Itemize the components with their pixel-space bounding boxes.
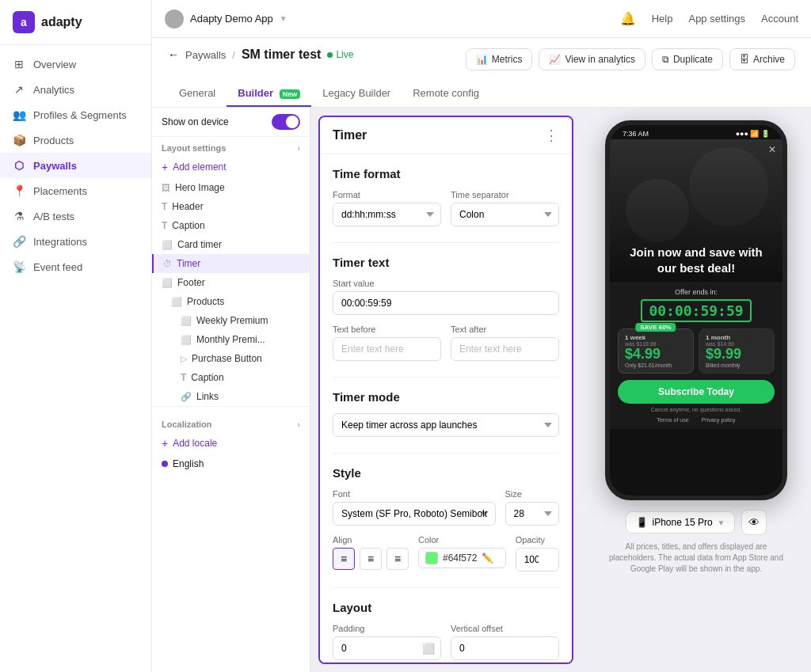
text-before-input[interactable]: [333, 337, 441, 361]
locale-english[interactable]: English: [152, 454, 310, 473]
tree-item-caption[interactable]: T Caption: [152, 216, 310, 235]
privacy-link[interactable]: Privacy policy: [702, 417, 736, 423]
more-menu-button[interactable]: ⋮: [544, 127, 559, 144]
start-value-input[interactable]: [333, 291, 559, 315]
sidebar-item-analytics[interactable]: ↗ Analytics: [0, 77, 151, 102]
tab-new-badge: New: [280, 89, 301, 99]
tree-item-purchase-btn[interactable]: ▷ Purchase Button: [152, 349, 310, 368]
panel-header: Timer ⋮: [320, 117, 572, 154]
footer-links: Terms of use Privacy policy: [618, 417, 775, 423]
vertical-offset-input[interactable]: [451, 636, 559, 660]
padding-group: Padding ⬜: [333, 624, 441, 660]
product-note-weekly: Only $21.61/month: [625, 363, 687, 368]
sidebar-item-eventfeed[interactable]: 📡 Event feed: [0, 254, 151, 279]
format-group: Format dd:hh:mm:sshh:mm:ssmm:ss: [333, 190, 441, 226]
phone-notch: [672, 125, 720, 138]
color-input[interactable]: #64f572 ✏️: [418, 548, 506, 568]
tree-item-timer[interactable]: ⏱ Timer: [152, 254, 310, 273]
layout-settings-title: Layout settings ›: [152, 137, 310, 156]
caption-icon: T: [162, 220, 167, 231]
account-link[interactable]: Account: [761, 13, 798, 25]
format-select[interactable]: dd:hh:mm:sshh:mm:ssmm:ss: [333, 203, 441, 226]
sidebar-item-profiles[interactable]: 👥 Profiles & Segments: [0, 102, 151, 127]
eyedropper-icon[interactable]: ✏️: [482, 552, 493, 564]
duplicate-button[interactable]: ⧉ Duplicate: [652, 48, 723, 70]
align-center-button[interactable]: ≡: [360, 548, 382, 570]
opacity-group: Opacity: [516, 535, 559, 571]
sidebar-item-integrations[interactable]: 🔗 Integrations: [0, 229, 151, 254]
time-format-row: Format dd:hh:mm:sshh:mm:ssmm:ss Time sep…: [333, 190, 559, 226]
save-badge: SAVE 60%: [635, 323, 676, 332]
tree-item-hero[interactable]: 🖼 Hero Image: [152, 178, 310, 197]
separator-select[interactable]: ColonDashDotSpace: [451, 203, 559, 226]
profiles-icon: 👥: [13, 108, 25, 121]
color-swatch: [425, 552, 438, 564]
breadcrumb-link[interactable]: Paywalls: [185, 49, 226, 61]
tab-general[interactable]: General: [168, 81, 227, 107]
plus-icon-locale: +: [162, 437, 168, 450]
archive-button[interactable]: 🗄 Archive: [729, 48, 795, 70]
timer-mode-select[interactable]: Keep timer across app launchesReset on e…: [333, 413, 559, 437]
product-price-weekly: $4.99: [625, 347, 687, 363]
text-before-group: Text before: [333, 325, 441, 361]
phone-model-selector[interactable]: 📱 iPhone 15 Pro ▼: [626, 511, 736, 533]
tree-item-header[interactable]: T Header: [152, 197, 310, 216]
topbar-app[interactable]: Adapty Demo App ▼: [165, 9, 287, 28]
opacity-input[interactable]: [516, 548, 559, 571]
vertical-offset-group: Vertical offset: [451, 624, 559, 660]
tree-item-card-timer[interactable]: ⬜ Card timer: [152, 235, 310, 254]
view-analytics-button[interactable]: 📈 View in analytics: [539, 48, 645, 70]
align-color-opacity-row: Align ≡ ≡ ≡ Color #64f572: [333, 535, 559, 571]
close-icon[interactable]: ✕: [768, 144, 776, 155]
eye-button[interactable]: 👁: [741, 510, 767, 535]
help-link[interactable]: Help: [652, 13, 673, 25]
align-right-button[interactable]: ≡: [386, 548, 409, 570]
metrics-button[interactable]: 📊 Metrics: [466, 48, 533, 70]
layout-panel: Show on device Layout settings › + Add e…: [152, 108, 310, 672]
metrics-icon: 📊: [476, 54, 488, 65]
app-settings-link[interactable]: App settings: [688, 13, 745, 25]
tree-item-footer[interactable]: ⬜ Footer: [152, 273, 310, 292]
phone-body: Offer ends in: 00:00:59:59 SAVE 60% 1 we…: [610, 282, 782, 429]
text-after-group: Text after: [451, 325, 559, 361]
topbar: Adapty Demo App ▼ 🔔 Help App settings Ac…: [152, 0, 811, 38]
timer-display: 00:00:59:59: [618, 299, 775, 322]
toggle-knob: [286, 116, 299, 128]
phone-content: ✕ Join now and save with our best deal! …: [610, 139, 782, 500]
tree-item-caption2[interactable]: T Caption: [152, 368, 310, 387]
font-select[interactable]: System (SF Pro, Roboto) Semibold: [333, 502, 496, 526]
notification-icon[interactable]: 🔔: [620, 11, 636, 26]
subscribe-button[interactable]: Subscribe Today: [618, 380, 775, 404]
padding-offset-row: Padding ⬜ Vertical offset: [333, 624, 559, 660]
terms-link[interactable]: Terms of use: [657, 417, 689, 423]
add-locale-button[interactable]: + Add locale: [152, 432, 310, 454]
color-label: Color: [418, 535, 506, 545]
tree-item-products[interactable]: ⬜ Products: [152, 292, 310, 311]
tab-builder[interactable]: Builder New: [227, 81, 311, 107]
tab-legacy[interactable]: Legacy Builder: [311, 81, 402, 107]
align-left-button[interactable]: ≡: [333, 548, 355, 570]
placements-icon: 📍: [13, 184, 25, 197]
sidebar-item-abtests[interactable]: ⚗ A/B tests: [0, 203, 151, 229]
show-on-device-toggle[interactable]: [272, 114, 300, 130]
sidebar-item-overview[interactable]: ⊞ Overview: [0, 51, 151, 77]
sidebar-item-paywalls[interactable]: ⬡ Paywalls: [0, 153, 151, 178]
paywalls-label: Paywalls: [33, 160, 77, 172]
product-period-weekly: 1 week: [625, 334, 687, 341]
size-select[interactable]: 2426283032: [505, 502, 560, 526]
cancel-text: Cancel anytime, no questions asked.: [618, 407, 775, 412]
align-label: Align: [333, 535, 409, 545]
add-element-button[interactable]: + Add element: [152, 156, 310, 178]
tab-remote[interactable]: Remote config: [402, 81, 490, 107]
products-icon: 📦: [13, 134, 25, 146]
weekly-icon: ⬜: [181, 316, 192, 326]
phone-frame: 7:36 AM ●●● 📶 🔋 ✕ Join now and save with…: [605, 120, 787, 500]
tree-item-weekly[interactable]: ⬜ Weekly Premium: [152, 311, 310, 330]
sidebar-logo: a adapty: [0, 0, 151, 45]
text-after-input[interactable]: [451, 337, 559, 361]
localization-section: Localization › + Add locale English: [152, 406, 310, 480]
sidebar-item-products[interactable]: 📦 Products: [0, 127, 151, 153]
tree-item-monthly[interactable]: ⬜ Monthly Premi...: [152, 330, 310, 349]
tree-item-links[interactable]: 🔗 Links: [152, 387, 310, 406]
sidebar-item-placements[interactable]: 📍 Placements: [0, 178, 151, 203]
